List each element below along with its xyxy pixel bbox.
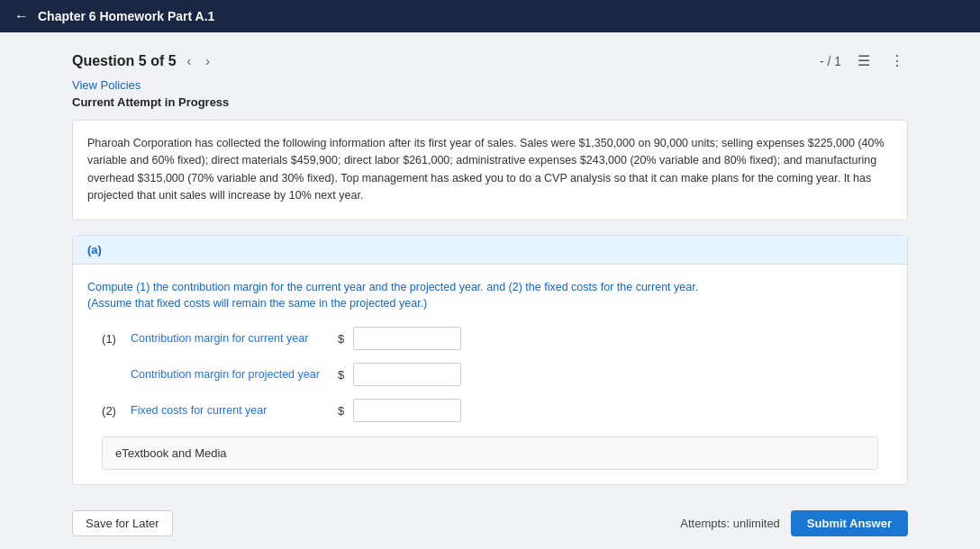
top-nav: ← Chapter 6 Homework Part A.1 [0, 0, 980, 32]
row-number-1: (1) [96, 332, 122, 346]
content-area: Question 5 of 5 ‹ › - / 1 ☰ ⋮ View Polic… [0, 32, 980, 549]
input-fixed-costs[interactable] [353, 399, 461, 422]
instruction-line2: (Assume that fixed costs will remain the… [87, 297, 427, 310]
problem-text: Pharoah Corporation has collected the fo… [87, 135, 893, 205]
part-a-instruction: Compute (1) the contribution margin for … [87, 279, 893, 313]
attempts-label: Attempts: unlimited [680, 517, 780, 530]
current-attempt-status: Current Attempt in Progress [72, 95, 908, 109]
question-label: Question 5 of 5 [72, 53, 177, 69]
view-policies-link[interactable]: View Policies [72, 78, 908, 92]
part-a-body: Compute (1) the contribution margin for … [73, 265, 907, 485]
list-icon-button[interactable]: ☰ [854, 50, 874, 71]
question-header-left: Question 5 of 5 ‹ › [72, 52, 213, 70]
input-row-cm-projected: Contribution margin for projected year $ [96, 363, 893, 386]
save-for-later-button[interactable]: Save for Later [72, 510, 173, 536]
footer-bar: Save for Later Attempts: unlimited Submi… [72, 500, 908, 536]
instruction-line1: Compute (1) the contribution margin for … [87, 281, 698, 293]
dollar-2: $ [338, 368, 344, 382]
etextbook-bar[interactable]: eTextbook and Media [102, 436, 878, 470]
dollar-1: $ [338, 332, 344, 346]
footer-right: Attempts: unlimited Submit Answer [680, 510, 908, 536]
input-cm-current[interactable] [353, 327, 461, 350]
part-a-header: (a) [73, 236, 907, 265]
dollar-3: $ [338, 404, 344, 418]
input-row-cm-current: (1) Contribution margin for current year… [96, 327, 893, 350]
problem-text-card: Pharoah Corporation has collected the fo… [72, 120, 908, 220]
next-question-button[interactable]: › [202, 52, 213, 70]
label-cm-projected: Contribution margin for projected year [131, 368, 329, 381]
prev-question-button[interactable]: ‹ [184, 52, 195, 70]
row-number-3: (2) [96, 404, 122, 418]
more-options-button[interactable]: ⋮ [886, 50, 908, 71]
question-header-right: - / 1 ☰ ⋮ [820, 50, 908, 71]
question-header: Question 5 of 5 ‹ › - / 1 ☰ ⋮ [72, 50, 908, 71]
label-cm-current: Contribution margin for current year [131, 332, 329, 345]
label-fixed-costs: Fixed costs for current year [131, 404, 329, 417]
score-display: - / 1 [820, 54, 841, 68]
input-row-fixed-costs: (2) Fixed costs for current year $ [96, 399, 893, 422]
input-cm-projected[interactable] [353, 363, 461, 386]
back-arrow[interactable]: ← [14, 8, 29, 24]
input-section: (1) Contribution margin for current year… [87, 327, 893, 422]
page-title: Chapter 6 Homework Part A.1 [38, 9, 214, 23]
submit-answer-button[interactable]: Submit Answer [791, 510, 908, 536]
part-a-card: (a) Compute (1) the contribution margin … [72, 235, 908, 486]
